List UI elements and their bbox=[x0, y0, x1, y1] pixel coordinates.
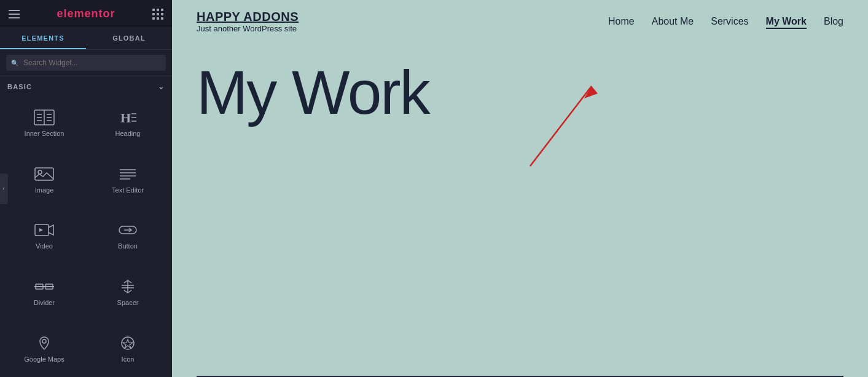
nav-item-home[interactable]: Home bbox=[608, 16, 635, 27]
nav-link-home[interactable]: Home bbox=[608, 16, 635, 26]
collapse-arrow-icon: ‹ bbox=[2, 185, 4, 192]
widget-inner-section-label: Inner Section bbox=[25, 130, 65, 137]
site-branding: HAPPY ADDONS Just another WordPress site bbox=[197, 10, 299, 33]
sidebar-search-wrapper bbox=[0, 50, 172, 76]
google-maps-icon bbox=[33, 335, 55, 352]
inner-section-icon bbox=[33, 109, 55, 126]
svg-rect-12 bbox=[35, 168, 53, 180]
widget-text-editor-label: Text Editor bbox=[112, 186, 144, 194]
nav-link-mywork[interactable]: My Work bbox=[766, 16, 807, 29]
widget-video-label: Video bbox=[36, 242, 53, 250]
text-editor-icon bbox=[117, 165, 139, 183]
widget-divider[interactable]: Divider bbox=[2, 264, 86, 320]
chevron-down-icon[interactable]: ⌄ bbox=[158, 82, 165, 91]
widget-divider-label: Divider bbox=[34, 299, 55, 306]
nav-item-blog[interactable]: Blog bbox=[824, 16, 843, 27]
svg-marker-36 bbox=[123, 339, 133, 348]
site-tagline: Just another WordPress site bbox=[197, 24, 299, 33]
hamburger-menu-icon[interactable] bbox=[9, 10, 20, 18]
widget-heading-label: Heading bbox=[115, 130, 141, 137]
widget-google-maps[interactable]: Google Maps bbox=[2, 320, 86, 377]
tab-global[interactable]: GLOBAL bbox=[86, 28, 172, 49]
nav-bar: HAPPY ADDONS Just another WordPress site… bbox=[172, 0, 868, 43]
button-icon bbox=[117, 221, 139, 239]
divider-icon bbox=[33, 278, 55, 295]
widget-image[interactable]: Image bbox=[2, 151, 86, 208]
nav-link-blog[interactable]: Blog bbox=[824, 16, 843, 26]
nav-menu: Home About Me Services My Work Blog bbox=[608, 16, 843, 27]
svg-marker-19 bbox=[39, 228, 43, 232]
nav-item-services[interactable]: Services bbox=[711, 16, 748, 27]
widget-icon-label: Icon bbox=[122, 355, 135, 363]
sidebar-header: elementor bbox=[0, 0, 172, 28]
image-icon bbox=[33, 165, 55, 183]
video-icon bbox=[33, 221, 55, 239]
nav-link-services[interactable]: Services bbox=[711, 16, 748, 26]
search-input[interactable] bbox=[6, 55, 166, 71]
tab-elements[interactable]: ELEMENTS bbox=[0, 28, 86, 49]
widget-image-label: Image bbox=[35, 186, 54, 194]
site-name: HAPPY ADDONS bbox=[197, 10, 299, 24]
widget-heading[interactable]: H Heading bbox=[86, 95, 170, 151]
widget-inner-section[interactable]: Inner Section bbox=[2, 95, 86, 151]
icon-widget-icon bbox=[117, 335, 139, 352]
widget-video[interactable]: Video bbox=[2, 208, 86, 264]
basic-section-header: BASIC ⌄ bbox=[0, 76, 172, 95]
elementor-logo: elementor bbox=[57, 7, 115, 20]
main-content: HAPPY ADDONS Just another WordPress site… bbox=[172, 0, 868, 377]
widget-icon[interactable]: Icon bbox=[86, 320, 170, 377]
widget-button[interactable]: Button bbox=[86, 208, 170, 264]
svg-point-13 bbox=[38, 170, 42, 174]
hero-section: My Work bbox=[172, 43, 868, 377]
spacer-icon bbox=[117, 278, 139, 295]
basic-section-label: BASIC bbox=[7, 83, 32, 90]
widget-button-label: Button bbox=[118, 242, 138, 250]
widget-grid: Inner Section H Heading bbox=[0, 95, 172, 377]
nav-item-mywork[interactable]: My Work bbox=[766, 16, 807, 27]
svg-point-34 bbox=[42, 339, 46, 343]
nav-item-about[interactable]: About Me bbox=[652, 16, 694, 27]
main-nav: Home About Me Services My Work Blog bbox=[608, 16, 843, 27]
hero-title: My Work bbox=[197, 62, 843, 123]
sidebar-collapse-handle[interactable]: ‹ bbox=[0, 173, 8, 204]
heading-icon: H bbox=[117, 109, 139, 126]
svg-text:H: H bbox=[120, 110, 131, 125]
grid-apps-icon[interactable] bbox=[152, 9, 163, 20]
nav-link-about[interactable]: About Me bbox=[652, 16, 694, 26]
sidebar-tabs: ELEMENTS GLOBAL bbox=[0, 28, 172, 50]
widget-google-maps-label: Google Maps bbox=[24, 355, 64, 363]
widget-spacer[interactable]: Spacer bbox=[86, 264, 170, 320]
widget-spacer-label: Spacer bbox=[117, 299, 139, 306]
sidebar: elementor ELEMENTS GLOBAL BASIC ⌄ bbox=[0, 0, 172, 377]
widget-text-editor[interactable]: Text Editor bbox=[86, 151, 170, 208]
